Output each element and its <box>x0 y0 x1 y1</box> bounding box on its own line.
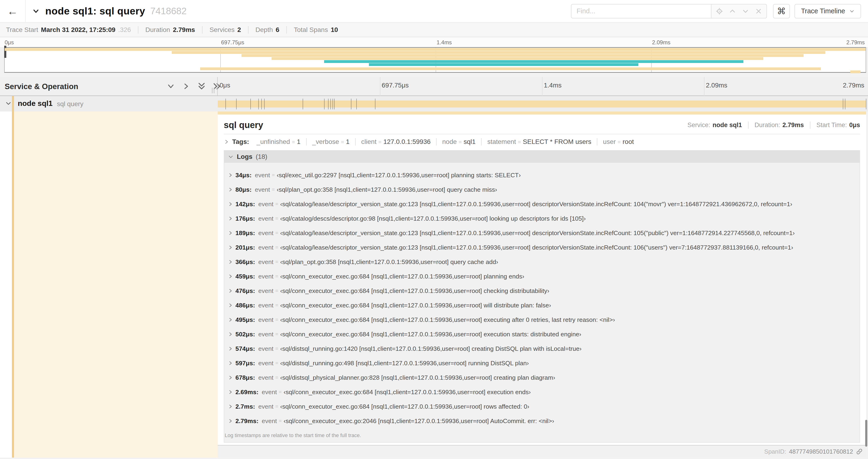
timeline-header-row: Service & Operation <box>0 77 868 96</box>
timeline-tick-label: 2.09ms <box>706 81 727 89</box>
summary-label: Duration <box>145 26 170 34</box>
vertical-scrollbar-thumb[interactable] <box>865 420 867 447</box>
log-tick-mark <box>356 99 357 109</box>
timeline-minimap[interactable] <box>4 47 866 73</box>
log-row[interactable]: 495μs:event=‹sql/conn_executor_exec.go:6… <box>228 313 860 327</box>
log-tick-mark <box>843 99 843 109</box>
log-tick-mark <box>250 99 251 109</box>
tag-value: root <box>623 138 634 145</box>
log-field-key: event <box>258 360 274 367</box>
span-meta-label: Start Time: <box>816 122 847 129</box>
expand-one-button[interactable] <box>182 81 191 91</box>
span-service-name: node sql1 <box>18 99 53 108</box>
trace-summary-item: Total Spans10 <box>286 26 345 34</box>
log-row[interactable]: 366μs:event=‹sql/plan_opt.go:358 [nsql1,… <box>228 255 860 269</box>
view-type-dropdown[interactable]: Trace Timeline <box>795 4 861 19</box>
log-field-value: ‹sql/distsql_running.go:498 [nsql1,clien… <box>280 360 529 367</box>
trace-timeline-page: ← node sql1: sql query 7418682 <box>0 0 868 459</box>
tag-key: client <box>361 138 376 145</box>
log-row[interactable]: 678μs:event=‹sql/distsql_physical_planne… <box>228 370 860 385</box>
logs-list: 34μs:event=‹sql/exec_util.go:2297 [nsql1… <box>224 163 860 428</box>
log-tick-mark <box>328 99 329 109</box>
chevron-right-icon <box>228 201 233 207</box>
log-field-key: event <box>258 287 274 295</box>
log-timestamp: 597μs: <box>236 360 255 367</box>
minimap-span-bar <box>369 63 639 66</box>
find-clear-button[interactable] <box>753 6 764 16</box>
find-next-button[interactable] <box>740 6 751 16</box>
tag-value: 1 <box>297 138 301 145</box>
tag-value: SELECT * FROM users <box>523 138 591 145</box>
logs-note: Log timestamps are relative to the start… <box>224 428 860 442</box>
log-row[interactable]: 502μs:event=‹sql/conn_executor_exec.go:6… <box>228 327 860 341</box>
span-operation-name: sql query <box>57 100 84 108</box>
minimap-left-scrubber[interactable] <box>4 46 6 58</box>
column-resizer-grip[interactable] <box>212 88 214 93</box>
log-row[interactable]: 476μs:event=‹sql/conn_executor_exec.go:6… <box>228 284 860 298</box>
log-row[interactable]: 459μs:event=‹sql/conn_executor_exec.go:6… <box>228 269 860 284</box>
log-tick-mark <box>331 99 331 109</box>
log-row[interactable]: 486μs:event=‹sql/conn_executor_exec.go:6… <box>228 298 860 313</box>
collapse-one-button[interactable] <box>166 81 176 91</box>
equals-sign: = <box>457 139 464 145</box>
log-row[interactable]: 574μs:event=‹sql/distsql_running.go:1420… <box>228 341 860 356</box>
find-input[interactable] <box>571 4 711 19</box>
log-field-value: ‹sql/catalog/lease/descriptor_version_st… <box>280 201 793 208</box>
log-row[interactable]: 2.7ms:event=‹sql/conn_executor_exec.go:6… <box>228 399 860 414</box>
span-duration-bar[interactable] <box>218 101 866 107</box>
find-toolbar <box>711 4 767 19</box>
log-field-value: ‹sql/conn_executor_exec.go:684 [nsql1,cl… <box>280 302 551 309</box>
chevron-down-icon <box>228 154 234 160</box>
find-locate-button[interactable] <box>714 6 724 16</box>
chevron-right-icon <box>228 404 233 409</box>
view-type-label: Trace Timeline <box>801 7 845 15</box>
log-row[interactable]: 34μs:event=‹sql/exec_util.go:2297 [nsql1… <box>228 168 860 183</box>
chevron-right-icon <box>228 216 233 221</box>
chevron-right-icon <box>228 418 233 424</box>
log-field-key: event <box>258 230 274 237</box>
chevron-right-icon <box>228 375 233 380</box>
span-id-label: SpanID: <box>764 448 786 455</box>
log-field-value: ‹sql/catalog/lease/descriptor_version_st… <box>280 244 793 251</box>
back-button[interactable]: ← <box>0 0 26 22</box>
timeline-tick-label: 2.79ms <box>843 81 864 89</box>
log-row[interactable]: 189μs:event=‹sql/catalog/lease/descripto… <box>228 226 860 240</box>
tags-row[interactable]: Tags: _unfinished=1_verbose=1client=127.… <box>224 134 860 149</box>
span-detail-title: sql query <box>224 120 263 130</box>
span-detail-panel: sql query Service:node sql1Duration:2.79… <box>218 111 866 458</box>
log-row[interactable]: 2.79ms:event=‹sql/conn_executor_exec.go:… <box>228 414 860 428</box>
log-field-key: event <box>255 172 270 179</box>
log-timestamp: 495μs: <box>236 316 255 324</box>
log-row[interactable]: 2.69ms:event=‹sql/conn_executor_exec.go:… <box>228 385 860 399</box>
link-icon[interactable] <box>856 448 863 455</box>
logs-header[interactable]: Logs (18) <box>224 151 860 163</box>
log-field-value: ‹sql/distsql_physical_planner.go:828 [ns… <box>280 374 555 381</box>
keyboard-shortcuts-button[interactable]: ⌘ <box>773 4 790 19</box>
log-row[interactable]: 80μs:event=‹sql/plan_opt.go:358 [nsql1,c… <box>228 183 860 197</box>
summary-label: Depth <box>255 26 273 34</box>
collapse-all-button[interactable] <box>197 81 206 91</box>
minimap-span-bar <box>324 60 743 63</box>
chevron-right-icon <box>228 187 233 192</box>
chevron-right-icon <box>228 361 233 366</box>
minimap-tick-label: 2.09ms <box>652 39 671 46</box>
span-detail-header: sql query Service:node sql1Duration:2.79… <box>224 114 860 134</box>
log-row[interactable]: 597μs:event=‹sql/distsql_running.go:498 … <box>228 356 860 370</box>
tag-key: user <box>603 138 616 145</box>
log-field-value: ‹sql/exec_util.go:2297 [nsql1,client=127… <box>277 172 521 179</box>
trace-summary-item: Duration2.79ms <box>138 26 202 34</box>
find-prev-button[interactable] <box>727 6 738 16</box>
summary-label: Trace Start <box>6 26 38 34</box>
log-timestamp: 486μs: <box>236 302 255 309</box>
minimap-span-bar <box>5 48 866 51</box>
summary-value: 10 <box>331 26 338 34</box>
chevron-right-icon <box>228 274 233 279</box>
equals-sign: = <box>275 403 278 409</box>
log-field-value: ‹sql/distsql_running.go:1420 [nsql1,clie… <box>280 345 582 352</box>
span-tree-offset-stripe[interactable] <box>12 96 14 458</box>
span-collapse-button[interactable] <box>5 100 12 107</box>
log-row[interactable]: 176μs:event=‹sql/catalog/descs/descripto… <box>228 211 860 226</box>
log-row[interactable]: 201μs:event=‹sql/catalog/lease/descripto… <box>228 240 860 255</box>
log-row[interactable]: 142μs:event=‹sql/catalog/lease/descripto… <box>228 197 860 211</box>
title-collapse-button[interactable] <box>32 8 40 15</box>
